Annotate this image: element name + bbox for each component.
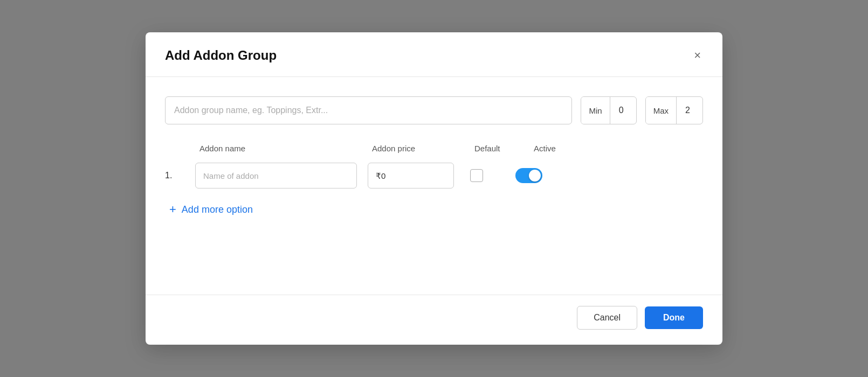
col-name-header: Addon name (199, 144, 372, 153)
add-more-label: Add more option (182, 204, 253, 215)
max-value: 2 (677, 97, 702, 124)
active-toggle-wrapper (515, 168, 542, 183)
dialog-title: Add Addon Group (165, 48, 277, 63)
add-more-button[interactable]: + Add more option (169, 199, 253, 220)
active-toggle[interactable] (515, 168, 542, 183)
min-value: 0 (610, 97, 636, 124)
table-row: 1. (165, 163, 703, 188)
dialog-header: Add Addon Group × (146, 32, 722, 77)
max-box: Max 2 (645, 96, 703, 124)
dialog-footer: Cancel Done (146, 295, 722, 345)
addon-name-input[interactable] (195, 163, 357, 188)
col-price-header: Addon price (372, 144, 474, 153)
group-name-input[interactable] (165, 96, 572, 124)
modal-overlay: Add Addon Group × Min 0 Max 2 (0, 0, 868, 377)
col-default-header: Default (474, 144, 534, 153)
dialog-body: Min 0 Max 2 Addon name Addon price Defau… (146, 77, 722, 295)
dialog: Add Addon Group × Min 0 Max 2 (146, 32, 722, 345)
addon-table-header: Addon name Addon price Default Active (165, 144, 703, 153)
default-checkbox[interactable] (470, 169, 483, 182)
toggle-slider (515, 168, 542, 183)
col-active-header: Active (534, 144, 588, 153)
addon-price-input[interactable] (368, 163, 454, 188)
row-index: 1. (165, 171, 195, 180)
min-box: Min 0 (581, 96, 636, 124)
close-button[interactable]: × (692, 47, 703, 64)
plus-icon: + (169, 204, 176, 215)
done-button[interactable]: Done (645, 306, 703, 329)
max-label: Max (646, 97, 677, 124)
cancel-button[interactable]: Cancel (577, 306, 637, 330)
addon-table: Addon name Addon price Default Active 1. (165, 144, 703, 220)
top-row: Min 0 Max 2 (165, 96, 703, 124)
min-label: Min (581, 97, 610, 124)
